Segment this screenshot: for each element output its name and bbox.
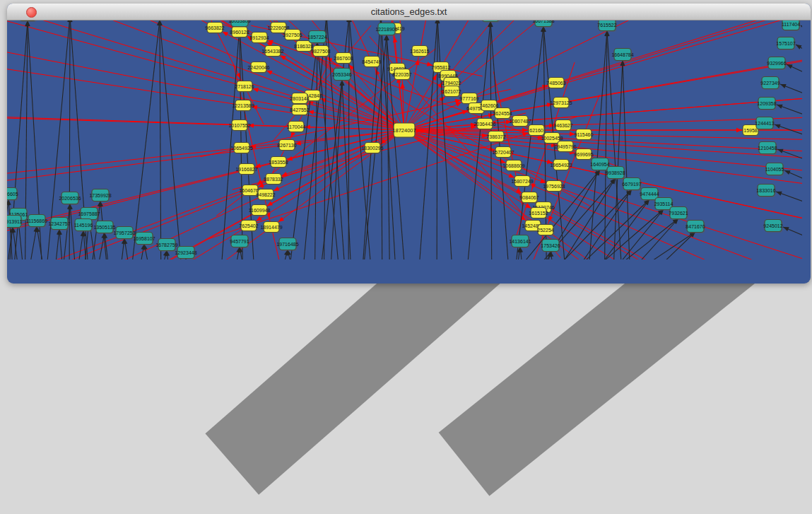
svg-text:1853558: 1853558 — [269, 160, 288, 165]
graph-node[interactable]: 9245012 — [763, 220, 782, 233]
graph-node[interactable]: 16958107 — [133, 233, 155, 246]
graph-node[interactable]: 10688609 — [502, 160, 524, 173]
svg-text:8454749: 8454749 — [362, 59, 381, 64]
graph-node[interactable]: 8471670 — [686, 221, 705, 234]
graph-node[interactable]: 15720407 — [492, 147, 514, 159]
graph-node[interactable]: 8267130 — [277, 140, 296, 152]
graph-node[interactable]: 1753426 — [541, 240, 560, 253]
svg-text:9938928: 9938928 — [606, 170, 625, 175]
graph-node[interactable]: 9699695 — [574, 149, 593, 161]
graph-node[interactable]: 8878332 — [264, 174, 283, 186]
graph-node[interactable]: 17359928 — [89, 189, 111, 203]
graph-node[interactable]: 9084067 — [519, 192, 539, 204]
svg-text:1857224: 1857224 — [307, 35, 326, 40]
graph-node[interactable]: 9827508 — [311, 46, 330, 58]
graph-node[interactable]: 19756928 — [543, 181, 565, 193]
graph-node[interactable]: 7386372 — [486, 132, 505, 144]
graph-node[interactable]: 13505135 — [93, 221, 115, 235]
graph-node[interactable]: 1621072 — [442, 86, 461, 98]
graph-node[interactable]: 6679197 — [622, 178, 641, 192]
svg-text:2935114: 2935114 — [654, 201, 673, 206]
graph-node[interactable]: 252254 — [537, 225, 554, 237]
graph-node[interactable]: 9463627 — [553, 120, 572, 132]
graph-node[interactable]: 7625402 — [239, 221, 258, 233]
svg-text:9457791: 9457791 — [230, 239, 249, 244]
svg-text:10107552: 10107552 — [228, 123, 250, 128]
graph-node[interactable]: 3913911 — [7, 216, 23, 229]
graph-node[interactable]: 8912934 — [249, 33, 269, 45]
graph-node[interactable]: 15807249 — [511, 176, 533, 188]
svg-text:3913911: 3913911 — [7, 219, 22, 224]
graph-node[interactable]: 9663822 — [205, 23, 224, 35]
svg-text:1170044: 1170044 — [287, 124, 306, 129]
graph-node[interactable]: 1170044 — [287, 122, 306, 134]
svg-text:12973125: 12973125 — [550, 100, 572, 105]
svg-text:7386372: 7386372 — [486, 134, 505, 139]
graph-node[interactable]: 11156869 — [26, 215, 47, 228]
graph-node[interactable]: 9938928 — [606, 167, 625, 180]
graph-node[interactable]: 2718126 — [235, 81, 254, 93]
graph-node[interactable]: 19654923 — [550, 160, 572, 172]
graph-node[interactable]: 8427552 — [290, 105, 309, 117]
graph-node[interactable]: 2053346 — [332, 69, 351, 82]
graph-node[interactable]: 1853558 — [269, 157, 288, 169]
graph-node[interactable]: 8220357 — [392, 69, 411, 81]
graph-node[interactable]: 1833016 — [756, 185, 775, 198]
svg-text:10025458: 10025458 — [541, 136, 563, 141]
graph-node[interactable]: 17957253 — [113, 227, 135, 240]
network-graph[interactable]: 1872400796638228960128891293412226058392… — [7, 4, 802, 259]
graph-node[interactable]: 1104055 — [765, 163, 784, 177]
graph-node[interactable]: 12342757 — [48, 218, 70, 231]
graph-node[interactable]: 14136141 — [509, 235, 531, 249]
svg-text:13505135: 13505135 — [93, 225, 115, 230]
svg-text:9329966: 9329966 — [767, 61, 786, 66]
graph-node[interactable]: 12218906 — [375, 23, 397, 37]
svg-text:9827508: 9827508 — [311, 49, 330, 54]
graph-node[interactable]: 1857224 — [307, 31, 326, 45]
graph-node[interactable]: 1244413 — [755, 117, 774, 131]
graph-node[interactable]: 2867608 — [334, 53, 353, 65]
svg-text:9115460: 9115460 — [575, 132, 594, 137]
graph-node[interactable]: 9498222 — [256, 189, 275, 201]
graph-node[interactable]: 9115460 — [575, 129, 594, 141]
graph-node[interactable]: 19166827 — [235, 164, 257, 176]
svg-text:11156869: 11156869 — [26, 218, 47, 223]
graph-node[interactable]: 18724007 — [392, 123, 416, 139]
graph-node[interactable]: 1210458 — [758, 142, 777, 156]
graph-node[interactable]: 1145196 — [74, 219, 93, 233]
graph-node[interactable]: 7932621 — [669, 207, 688, 221]
window-titlebar[interactable]: citations_edges.txt — [7, 4, 811, 21]
graph-node[interactable]: 1615152 — [529, 208, 548, 220]
graph-node[interactable]: 12923448 — [175, 247, 196, 260]
graph-node[interactable]: 16648784 — [611, 49, 633, 62]
graph-node[interactable]: 12213589 — [232, 100, 254, 112]
graph-node[interactable]: 20206536 — [59, 192, 81, 206]
graph-node[interactable]: 8960128 — [230, 27, 249, 39]
graph-node[interactable]: 10807487 — [509, 116, 531, 128]
graph-node[interactable]: 2803144 — [290, 93, 309, 105]
svg-text:12218906: 12218906 — [375, 27, 397, 32]
svg-text:2803144: 2803144 — [290, 96, 309, 101]
graph-node[interactable]: 9329966 — [767, 57, 786, 71]
graph-node[interactable]: 2516605 — [7, 188, 18, 201]
svg-text:15720407: 15720407 — [492, 150, 514, 155]
graph-node[interactable]: 18914479 — [260, 222, 282, 234]
graph-node[interactable]: 7485063 — [546, 78, 565, 90]
graph-node[interactable]: 12973125 — [550, 98, 572, 110]
graph-node[interactable]: 3927505 — [283, 30, 302, 42]
graph-node[interactable]: 19716485 — [276, 238, 298, 252]
graph-node[interactable]: 9227349 — [760, 77, 779, 90]
graph-node[interactable]: 8454749 — [362, 57, 381, 69]
network-view-canvas[interactable]: 1872400796638228960128891293412226058392… — [7, 4, 811, 262]
graph-node[interactable]: 22420046 — [247, 62, 269, 74]
graph-node[interactable]: 10654925 — [230, 143, 252, 155]
graph-node[interactable]: 20364436 — [473, 119, 495, 131]
graph-node[interactable]: 7615522 — [597, 19, 616, 33]
svg-text:252254: 252254 — [537, 228, 553, 233]
graph-node[interactable]: 1575107 — [776, 37, 795, 51]
graph-node[interactable]: 16543382 — [261, 46, 283, 58]
graph-node[interactable]: 1362615 — [410, 46, 429, 58]
graph-node[interactable]: 9457791 — [230, 235, 249, 249]
svg-text:8186328: 8186328 — [294, 44, 313, 49]
graph-node[interactable]: 1209358 — [757, 98, 776, 111]
